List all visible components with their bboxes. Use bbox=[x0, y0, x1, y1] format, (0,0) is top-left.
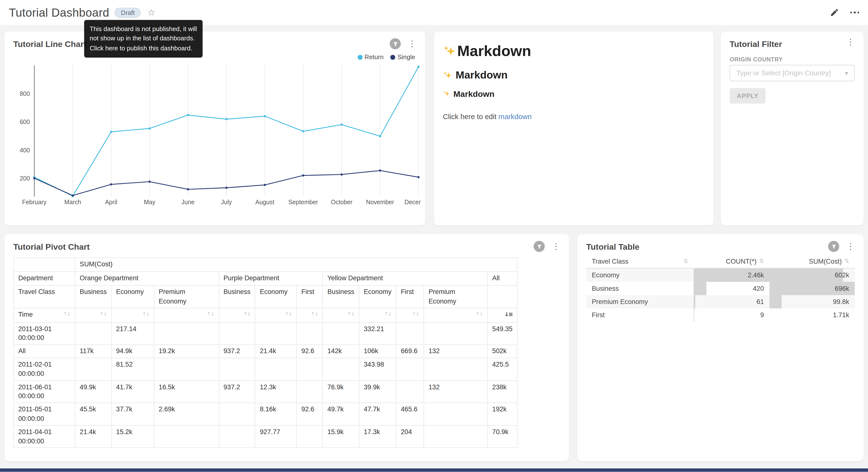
edit-pencil-icon[interactable] bbox=[830, 8, 839, 17]
sort-icon[interactable]: ↑↓ bbox=[412, 311, 419, 318]
pivot-chart-card: Tutorial Pivot Chart ⋮ SUM(Cost)Departme… bbox=[4, 234, 569, 461]
pivot-row-label: 2011-06-01 00:00:00 bbox=[13, 381, 75, 403]
filter-card: Tutorial Filter ⋮ ORIGIN COUNTRY Type or… bbox=[721, 32, 864, 225]
svg-text:June: June bbox=[181, 199, 195, 205]
filter-indicator-icon[interactable] bbox=[828, 241, 839, 252]
pivot-cell bbox=[323, 322, 359, 345]
kebab-menu-icon[interactable]: ⋮ bbox=[407, 40, 417, 48]
svg-text:February: February bbox=[22, 199, 47, 205]
sort-icon[interactable]: ↑↓ bbox=[285, 311, 292, 318]
pivot-cell bbox=[154, 425, 219, 448]
table-cell: First bbox=[586, 308, 694, 322]
pivot-cell: 49.7k bbox=[323, 403, 359, 425]
pivot-sort-cell: ↑↓ bbox=[424, 308, 487, 322]
pivot-cell: 106k bbox=[359, 345, 396, 358]
pivot-sort-cell: ↑↓ bbox=[396, 308, 424, 322]
pivot-cell bbox=[75, 322, 112, 345]
pivot-cell: 204 bbox=[396, 425, 424, 448]
kebab-menu-icon[interactable]: ⋮ bbox=[845, 38, 856, 47]
pivot-row: All117k94.9k19.2k937.221.4k92.6142k106k6… bbox=[13, 345, 517, 358]
svg-text:July: July bbox=[221, 199, 232, 205]
pivot-cell bbox=[424, 358, 487, 381]
markdown-card: Markdown Markdown Markdown Click here to… bbox=[434, 32, 713, 225]
sort-icon[interactable]: ↑↓ bbox=[142, 311, 149, 318]
pivot-cell: 332.21 bbox=[359, 322, 396, 345]
pivot-cell: 502k bbox=[488, 345, 517, 358]
svg-text:March: March bbox=[64, 199, 81, 205]
sort-icon[interactable]: ↑↓ bbox=[63, 311, 70, 318]
markdown-edit-link[interactable]: markdown bbox=[499, 113, 532, 121]
svg-text:November: November bbox=[366, 199, 394, 205]
sort-icon[interactable]: ⇅ bbox=[759, 258, 764, 264]
pivot-cell: 41.7k bbox=[112, 381, 154, 403]
pivot-cell: 238k bbox=[488, 381, 517, 403]
draft-badge[interactable]: Draft bbox=[115, 7, 141, 18]
svg-text:600: 600 bbox=[20, 118, 30, 125]
svg-text:April: April bbox=[105, 199, 117, 205]
table-header-count[interactable]: COUNT(*)⇅ bbox=[694, 254, 770, 268]
pivot-cell: 465.6 bbox=[396, 403, 424, 425]
sort-icon[interactable]: ↑↓ bbox=[475, 311, 483, 318]
origin-country-select[interactable]: Type or Select [Origin Country] ▾ bbox=[730, 65, 855, 82]
sort-icon[interactable]: ↑↓ bbox=[347, 311, 354, 318]
cell-value: 61 bbox=[756, 298, 764, 306]
markdown-edit-text: Click here to edit bbox=[443, 113, 498, 121]
sort-icon[interactable]: ↓≡ bbox=[504, 311, 513, 318]
pivot-row: 2011-03-01 00:00:00217.14332.21549.35 bbox=[13, 322, 517, 345]
select-placeholder: Type or Select [Origin Country] bbox=[736, 69, 831, 77]
sort-icon[interactable]: ↑↓ bbox=[384, 311, 392, 318]
pivot-sort-cell: ↓≡ bbox=[488, 308, 517, 322]
pivot-cell bbox=[424, 403, 487, 425]
pivot-class-column-header: Economy bbox=[112, 286, 154, 308]
value-bar bbox=[694, 308, 694, 322]
sort-icon[interactable]: ↑↓ bbox=[207, 311, 214, 318]
legend-item-single[interactable]: Single bbox=[390, 54, 415, 60]
sort-icon[interactable]: ↑↓ bbox=[243, 311, 251, 318]
table-cell: Business bbox=[586, 282, 694, 295]
favorite-star-icon[interactable]: ☆ bbox=[148, 8, 155, 17]
card-icons: ⋮ bbox=[534, 241, 561, 252]
sort-icon[interactable]: ↑↓ bbox=[311, 311, 318, 318]
pivot-cell bbox=[255, 358, 297, 381]
pivot-cell bbox=[297, 322, 322, 345]
more-options-icon[interactable] bbox=[850, 11, 859, 13]
sort-icon[interactable]: ⇅ bbox=[683, 258, 688, 264]
line-chart-card: Tutorial Line Chart ⋮ ReturnSingle Febru… bbox=[4, 32, 425, 225]
kebab-menu-icon[interactable]: ⋮ bbox=[845, 242, 856, 251]
pivot-cell: 45.5k bbox=[75, 403, 112, 425]
legend-item-return[interactable]: Return bbox=[357, 54, 384, 60]
sparkles-icon bbox=[443, 90, 450, 97]
header-label: COUNT(*) bbox=[726, 257, 756, 265]
pivot-cell: 37.7k bbox=[112, 403, 154, 425]
pivot-cell: 16.5k bbox=[154, 381, 219, 403]
pivot-corner-cell bbox=[13, 258, 75, 272]
pivot-cell: 549.35 bbox=[488, 322, 517, 345]
card-title: Tutorial Line Chart bbox=[13, 39, 86, 49]
kebab-menu-icon[interactable]: ⋮ bbox=[551, 242, 561, 251]
table-header-travel-class[interactable]: Travel Class⇅ bbox=[586, 254, 694, 268]
cell-value: 696k bbox=[835, 285, 849, 293]
filter-indicator-icon[interactable] bbox=[390, 38, 401, 49]
table-header-sum-cost[interactable]: SUM(Cost)⇅ bbox=[770, 254, 855, 268]
filter-indicator-icon[interactable] bbox=[534, 241, 545, 252]
legend-label: Single bbox=[398, 54, 415, 60]
value-bar bbox=[694, 295, 695, 308]
card-title: Tutorial Filter bbox=[730, 39, 782, 49]
tutorial-table: Travel Class⇅COUNT(*)⇅SUM(Cost)⇅ Economy… bbox=[586, 254, 855, 322]
value-bar bbox=[770, 295, 782, 308]
pivot-cell: 937.2 bbox=[219, 345, 255, 358]
pivot-cell: 8.16k bbox=[255, 403, 297, 425]
apply-button[interactable]: APPLY bbox=[730, 88, 766, 104]
card-icons: ⋮ bbox=[828, 241, 856, 252]
pivot-cell: 21.4k bbox=[255, 345, 297, 358]
dashboard-page: Tutorial Dashboard Draft ☆ This dashboar… bbox=[0, 0, 868, 472]
pivot-sort-cell: ↑↓ bbox=[154, 308, 219, 322]
cell-value: 420 bbox=[753, 285, 764, 293]
markdown-h3: Markdown bbox=[443, 89, 705, 98]
sort-icon[interactable]: ↑↓ bbox=[99, 311, 107, 318]
pivot-cell: 142k bbox=[323, 345, 359, 358]
sort-icon[interactable]: ⇅ bbox=[844, 258, 849, 264]
svg-text:200: 200 bbox=[20, 175, 30, 182]
table-cell: Economy bbox=[586, 268, 694, 282]
pivot-group-header: All bbox=[488, 272, 517, 286]
